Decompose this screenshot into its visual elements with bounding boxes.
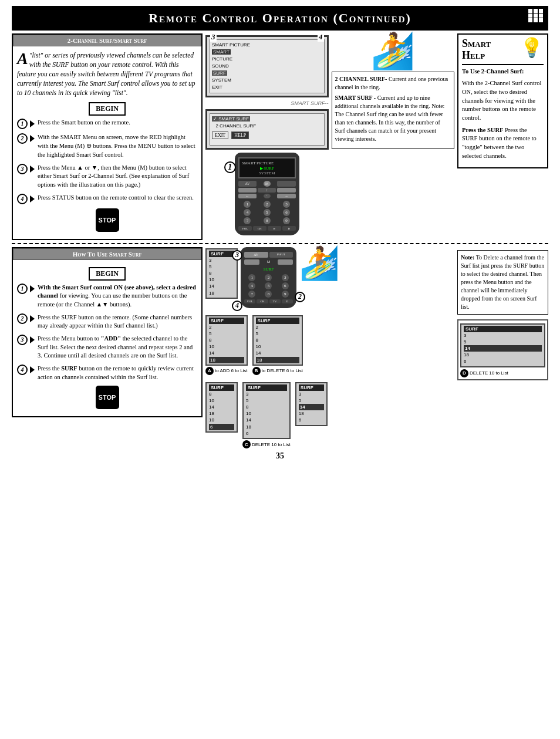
s2-arrow-1	[30, 285, 35, 292]
lower-right-note: Note: To Delete a channel from the Surf …	[457, 247, 548, 380]
s2-step2-num: 2	[17, 313, 28, 324]
arrow-1	[30, 120, 35, 127]
step3-num: 3	[17, 164, 28, 174]
delete-illustration: SURF 3 5 14 18 6 D DELETE 10 to List	[457, 319, 548, 380]
header-grid-icon	[527, 7, 545, 24]
section2-box: How To Use Smart Surf BEGIN 1 With the S…	[12, 247, 203, 418]
stop-badge-2: STOP	[96, 386, 119, 409]
arrow-2	[30, 135, 35, 142]
step2-num: 2	[17, 133, 28, 144]
section2-step3: 3 Press the Menu button to "ADD" the sel…	[17, 335, 197, 360]
step4-text: Press STATUS button on the remote contro…	[38, 194, 194, 203]
tv-screen-1: SMART PICTURE SMART PICTURE SOUND SURF S…	[205, 35, 329, 97]
s2-step4-text: Press the SURF button on the remote to q…	[38, 365, 197, 382]
s2-step1-text: With the Smart Surf control ON (see abov…	[38, 284, 197, 309]
surf-list-4: SURF 3 5 8 10 14 18 6 C DELETE 10 to Lis…	[242, 381, 291, 448]
s2-step3-text: Press the Menu button to "ADD" the selec…	[38, 335, 197, 360]
smart-help-text: To Use 2-Channel Surf: With the 2-Channe…	[462, 68, 544, 161]
step1-text: Press the Smart button on the remote.	[38, 119, 130, 127]
arrow-4	[30, 195, 35, 203]
arrow-3	[30, 166, 35, 173]
s2-arrow-2	[30, 315, 35, 322]
remote-illustration-top: SMART PICTURE ▶ SURF SYSTEM AV M ↑	[235, 153, 299, 235]
person-illustration-2: 🏄	[299, 247, 340, 279]
upper-mid-left: 3 4 SMART PICTURE SMART PICTURE SOUND SU…	[205, 33, 329, 240]
section1-box: 2-Channel Surf/Smart Surf A "list" or se…	[12, 33, 203, 240]
begin-badge-1: BEGIN	[89, 102, 126, 116]
surf-list-5: SURF 3 5 14 18 6	[295, 381, 328, 427]
stop-badge-1: STOP	[96, 208, 119, 232]
section1-intro: A "list" or series of previously viewed …	[17, 50, 197, 97]
section1-step1: 1 Press the Smart button on the remote.	[17, 119, 197, 129]
channel-info-box: 2 CHANNEL SURF- Current and one previous…	[332, 72, 455, 149]
page-header: Remote Control Operation (Continued)	[12, 6, 548, 31]
begin-badge-2: BEGIN	[89, 267, 126, 281]
surf-list-add-area: SURF 2 5 8 10 14 18 A to ADD 6 to List	[205, 314, 248, 375]
smart-help-title-2: Help	[462, 50, 491, 62]
upper-mid-area: 3 4 SMART PICTURE SMART PICTURE SOUND SU…	[205, 33, 454, 240]
section2-step2: 2 Press the SURF button on the remote. (…	[17, 313, 197, 330]
lower-mid-area: SURF 3 5 8 10 14 18 3 2 AV	[205, 247, 454, 448]
section2-header: How To Use Smart Surf	[13, 248, 201, 260]
s2-arrow-4	[30, 366, 35, 373]
step2-text: With the SMART Menu on screen, move the …	[38, 133, 197, 159]
smart-help-title-1: Smart	[462, 38, 491, 50]
note-box: Note: To Delete a channel from the Surf …	[457, 250, 548, 315]
section2-step1: 1 With the Smart Surf control ON (see ab…	[17, 284, 197, 309]
step3-text: Press the Menu ▲ or ▼, then the Menu (M)…	[38, 164, 197, 190]
surf-list-delete-area: SURF 2 5 8 10 14 18 B to DELETE 6 to Lis…	[252, 314, 303, 375]
remote-illustration-bottom: AV INPUT M SURF 1 2 3 4 5	[241, 247, 296, 308]
s2-step4-num: 4	[17, 365, 28, 375]
s2-arrow-3	[30, 336, 35, 343]
section1-step2: 2 With the SMART Menu on screen, move th…	[17, 133, 197, 159]
smart-help-icon: 💡	[520, 38, 544, 57]
person-illustration-1: 🏄	[371, 33, 415, 69]
s2-step1-num: 1	[17, 284, 28, 294]
step4-num: 4	[17, 194, 28, 204]
surf-list-3: SURF 8 10 14 18 10 6	[205, 381, 238, 434]
upper-mid-right: 🏄 2 CHANNEL SURF- Current and one previo…	[332, 33, 455, 240]
section1-header: 2-Channel Surf/Smart Surf	[13, 35, 201, 46]
section1-step4: 4 Press STATUS button on the remote cont…	[17, 194, 197, 204]
page-number: 35	[0, 451, 560, 461]
page-title: Remote Control Operation (Continued)	[12, 11, 548, 26]
s2-step3-num: 3	[17, 335, 28, 345]
tv-screen-2: ✓ SMART SURF 2 CHANNEL SURF EXIT HELP	[205, 109, 329, 150]
smart-help-box: Smart Help 💡 To Use 2-Channel Surf: With…	[457, 33, 548, 240]
section2-step4: 4 Press the SURF button on the remote to…	[17, 365, 197, 382]
s2-step2-text: Press the SURF button on the remote. (So…	[38, 313, 197, 330]
step1-num: 1	[17, 119, 28, 129]
section1-step3: 3 Press the Menu ▲ or ▼, then the Menu (…	[17, 164, 197, 190]
